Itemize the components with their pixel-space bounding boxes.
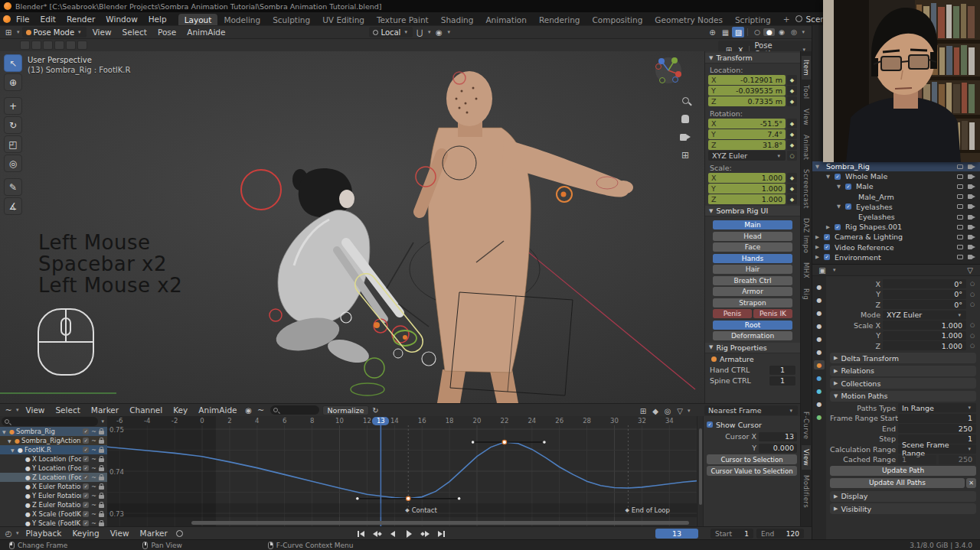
show-gizmo-icon[interactable]: ⊕ <box>706 27 718 37</box>
workspace-tab[interactable]: Animation <box>479 14 533 25</box>
animate-property-button[interactable]: ○ <box>969 343 976 349</box>
snap-dropdown-icon[interactable]: ▾ <box>428 29 431 35</box>
properties-editor-icon[interactable]: ▣ <box>816 265 828 275</box>
rig-layer-button[interactable]: Breath Ctrl <box>713 276 792 285</box>
properties-tab-render[interactable]: ● <box>814 295 825 304</box>
disable-in-viewport-icon[interactable] <box>957 225 963 229</box>
disable-in-viewport-icon[interactable] <box>957 255 963 259</box>
rotation-field[interactable]: X -51.5° <box>708 119 786 129</box>
move-tool[interactable]: + <box>4 97 22 115</box>
graph-sidebar-tab[interactable]: View <box>802 445 811 470</box>
channel-enable-checkbox[interactable]: ✓ <box>83 502 89 508</box>
animate-property-button[interactable]: ○ <box>969 291 976 298</box>
channel-row[interactable]: ▼ ● Sombra_Rig ✓ ~ <box>0 427 107 436</box>
rotation-field[interactable]: Z 31.8° <box>708 140 786 150</box>
rig-layer-button[interactable]: Penis IK <box>753 309 792 318</box>
animate-property-button[interactable]: ○ <box>969 322 976 328</box>
location-field[interactable]: Z 0.7335 m <box>708 96 786 106</box>
channel-row[interactable]: ● Y Scale (FootIK.R) ✓ ~ <box>0 519 107 526</box>
auto-keying-toggle[interactable] <box>176 530 183 537</box>
frame-start-field[interactable]: Start 1 <box>710 529 753 539</box>
channel-enable-checkbox[interactable]: ✓ <box>83 447 89 453</box>
cursor-y-field[interactable]: 0.000 <box>759 444 797 453</box>
keyframe-button[interactable]: ◆ <box>787 173 797 183</box>
playbar-menu-item[interactable]: View <box>105 529 135 538</box>
channel-visibility-icon[interactable]: ~ <box>91 520 96 527</box>
update-path-button[interactable]: Update Path <box>830 466 976 476</box>
channel-row[interactable]: ● X Euler Rotation (F ✓ ~ <box>0 482 107 491</box>
keyframe-button[interactable]: ◆ <box>787 75 797 85</box>
rig-layer-button[interactable]: Root <box>713 321 792 330</box>
outliner-row[interactable]: ▶ Rig Shapes.001 <box>812 222 980 232</box>
channel-row[interactable]: ● Z Location (FootIK. ✓ ~ <box>0 473 107 482</box>
sidebar-tab[interactable]: Screencast <box>802 165 811 213</box>
graph-editor-type-icon[interactable]: ~ <box>2 405 15 415</box>
outliner-row[interactable]: ▶ Camera & Lighting <box>812 232 980 242</box>
channel-row[interactable]: ● Y Location (FootIK. ✓ ~ <box>0 464 107 473</box>
graph-menu-item[interactable]: Select <box>50 405 85 415</box>
channel-lock-icon[interactable] <box>99 431 104 434</box>
property-value-field[interactable]: 0° <box>883 279 966 288</box>
frame-range-start-field[interactable]: 1 <box>898 414 976 423</box>
channel-visibility-icon[interactable]: ~ <box>91 493 96 500</box>
expand-arrow-icon[interactable]: ▶ <box>826 224 832 230</box>
location-field[interactable]: Y -0.039535 m <box>708 86 786 96</box>
disable-in-viewport-icon[interactable] <box>957 235 963 239</box>
workspace-tab[interactable]: Modeling <box>217 14 266 25</box>
channel-visibility-icon[interactable]: ~ <box>91 456 96 463</box>
disable-in-render-icon[interactable] <box>968 225 975 229</box>
play-button[interactable] <box>402 529 416 539</box>
expand-arrow-icon[interactable]: ▶ <box>815 244 822 250</box>
keying-set-icon[interactable]: ◆ <box>649 405 662 416</box>
channel-lock-icon[interactable] <box>99 467 104 471</box>
sidebar-tab[interactable]: Item <box>802 56 811 80</box>
disable-in-render-icon[interactable] <box>968 235 975 239</box>
workspace-tab[interactable]: Scripting <box>729 14 777 25</box>
cursor-to-selection-button[interactable]: Cursor to Selection <box>707 454 797 464</box>
shading-material-icon[interactable]: ◉ <box>776 28 787 36</box>
expand-arrow-icon[interactable]: ▼ <box>8 438 13 444</box>
channel-lock-icon[interactable] <box>99 504 104 508</box>
auto-normalize-icon[interactable]: ↻ <box>369 405 381 415</box>
marker-diamond-icon[interactable]: ◆ <box>625 507 629 513</box>
disable-in-viewport-icon[interactable] <box>957 245 963 249</box>
playbar-menu-item[interactable]: Keying <box>67 529 104 538</box>
scale-field[interactable]: Z 1.000 <box>708 194 786 204</box>
property-value-field[interactable]: 1.000 <box>883 341 966 350</box>
rig-layer-button[interactable]: Armor <box>713 287 792 296</box>
channel-visibility-icon[interactable]: ~ <box>91 438 96 444</box>
disable-in-render-icon[interactable] <box>968 194 975 199</box>
timeline-marker[interactable]: ◆End of Loop <box>625 506 670 514</box>
workspace-tab[interactable]: Layout <box>178 14 218 25</box>
viewport-3d[interactable]: User Perspective (13) Sombra_Rig : FootI… <box>0 51 812 403</box>
collapsed-panel-header[interactable]: ▶ Visibility <box>830 503 976 514</box>
frame-end-field[interactable]: End 120 <box>756 529 804 539</box>
timeline-marker[interactable]: ◆Contact <box>405 506 436 514</box>
animate-property-button[interactable]: ○ <box>969 281 976 287</box>
scrollbar-thumb[interactable] <box>699 428 702 505</box>
editor-type-dropdown-icon[interactable]: ▾ <box>16 407 19 413</box>
snap-magnet-icon[interactable]: ⋃ <box>413 27 426 37</box>
workspace-tab[interactable]: Rendering <box>533 14 586 25</box>
select-box-tool[interactable]: ↖ <box>4 54 22 72</box>
shading-rendered-icon[interactable]: ◎ <box>788 28 799 36</box>
channel-visibility-icon[interactable]: ~ <box>91 428 96 435</box>
collection-checkbox[interactable] <box>824 234 830 240</box>
channel-visibility-icon[interactable]: ~ <box>91 447 96 454</box>
proportional-edit-icon[interactable]: ◉ <box>433 27 445 37</box>
disable-in-render-icon[interactable] <box>968 204 975 209</box>
pan-hand-icon[interactable] <box>678 112 692 125</box>
workspace-tab[interactable]: Compositing <box>586 14 649 25</box>
graph-menu-item[interactable]: AnimAide <box>193 405 242 415</box>
channel-enable-checkbox[interactable]: ✓ <box>83 483 89 490</box>
clear-paths-button[interactable]: ✕ <box>966 478 976 488</box>
playhead-frame-badge[interactable]: 13 <box>372 417 389 425</box>
channel-lock-icon[interactable] <box>99 458 104 462</box>
next-keyframe-button[interactable] <box>418 529 432 539</box>
snap-mode-dropdown[interactable]: Nearest Frame ▾ <box>704 405 798 415</box>
channel-row[interactable]: ● X Scale (FootIK.R) ✓ ~ <box>0 509 107 519</box>
scale-tool[interactable]: ◰ <box>4 135 22 153</box>
editor-type-dropdown-icon[interactable]: ▾ <box>16 530 19 536</box>
rig-ctrl-value-field[interactable]: 1 <box>769 376 795 386</box>
rotation-mode-dropdown[interactable]: XYZ Euler ▾ <box>883 311 966 320</box>
